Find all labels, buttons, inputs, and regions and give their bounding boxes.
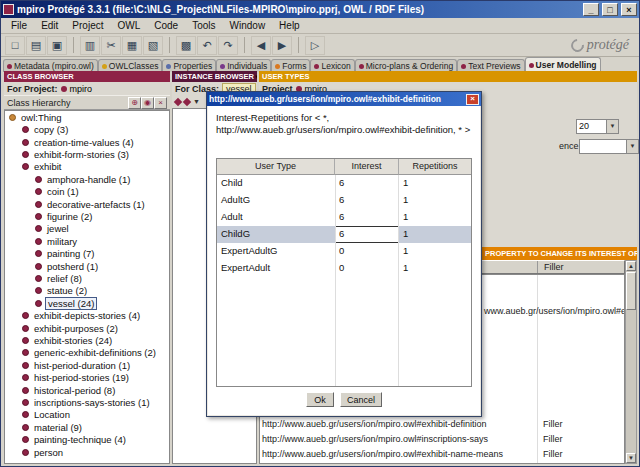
menu-project[interactable]: Project xyxy=(66,19,109,32)
tree-node-exhibit[interactable]: exhibit xyxy=(5,161,169,173)
property-row[interactable]: http://www.aueb.gr/users/ion/mpiro.owl#i… xyxy=(260,432,624,447)
cell-user-type[interactable]: ChildG xyxy=(217,226,335,243)
cancel-button[interactable]: Cancel xyxy=(340,392,382,407)
usertype-row-child[interactable]: Child61 xyxy=(217,175,471,192)
tree-node-hist-period-stories[interactable]: hist-period-stories (19) xyxy=(5,372,169,384)
cell-repetitions[interactable]: 1 xyxy=(399,175,471,192)
scroll-down-icon[interactable]: ▼ xyxy=(626,453,636,463)
open-project-button[interactable]: ▤ xyxy=(26,36,46,55)
cell-interest[interactable]: 0 xyxy=(335,243,399,260)
title-bar[interactable]: mpiro Protégé 3.3.1 (file:\C:\NLG_Projec… xyxy=(1,1,639,18)
tree-node-exhibit-depicts-stories[interactable]: exhibit-depicts-stories (4) xyxy=(5,310,169,322)
cell-user-type[interactable]: ExpertAdult xyxy=(217,260,335,277)
cell-repetitions[interactable]: 1 xyxy=(399,226,471,243)
tree-node-hist-period-duration[interactable]: hist-period-duration (1) xyxy=(5,359,169,371)
cell-repetitions[interactable]: 1 xyxy=(399,209,471,226)
filler-cell[interactable]: Filler xyxy=(543,419,563,429)
new-project-button[interactable]: □ xyxy=(5,36,25,55)
cell-interest[interactable]: 6 xyxy=(335,226,399,243)
cell-user-type[interactable]: ExpertAdultG xyxy=(217,243,335,260)
usertype-row-childg[interactable]: ChildG61 xyxy=(217,226,471,243)
print-button[interactable]: ▥ xyxy=(80,36,100,55)
tree-node-exhibit-form-stories[interactable]: exhibit-form-stories (3) xyxy=(5,148,169,160)
navigate-back-button[interactable]: ◀ xyxy=(251,36,271,55)
usertype-row-adult[interactable]: Adult61 xyxy=(217,209,471,226)
tree-node-location[interactable]: Location xyxy=(5,409,169,421)
menu-owl[interactable]: OWL xyxy=(111,19,146,32)
cut-button[interactable]: ✂ xyxy=(101,36,121,55)
tree-node-amphora-handle[interactable]: amphora-handle (1) xyxy=(5,173,169,185)
tree-node-relief[interactable]: relief (8) xyxy=(5,272,169,284)
vertical-scrollbar[interactable]: ▲ ▼ xyxy=(625,260,637,464)
chevron-down-icon[interactable]: ▼ xyxy=(606,120,618,133)
run-query-button[interactable]: ▷ xyxy=(305,36,325,55)
dialog-title-bar[interactable]: http://www.aueb.gr/users/ion/mpiro.owl#e… xyxy=(207,92,481,106)
property-cell[interactable]: http://www.aueb.gr/users/ion/mpiro.owl#e… xyxy=(262,449,503,459)
user-types-table[interactable]: User Type Interest Repetitions Child61Ad… xyxy=(216,158,472,387)
tree-node-painting-technique[interactable]: painting-technique (4) xyxy=(5,434,169,446)
preference-dropdown[interactable]: ▼ xyxy=(579,139,639,154)
tree-node-military[interactable]: military xyxy=(5,235,169,247)
delete-class-button[interactable]: × xyxy=(154,97,167,109)
menu-help[interactable]: Help xyxy=(273,19,306,32)
usertype-row-expertadult[interactable]: ExpertAdult01 xyxy=(217,260,471,277)
usertype-row-expertadultg[interactable]: ExpertAdultG01 xyxy=(217,243,471,260)
menu-code[interactable]: Code xyxy=(148,19,184,32)
tree-node-creation-time-values[interactable]: creation-time-values (4) xyxy=(5,136,169,148)
scrollbar-thumb[interactable] xyxy=(626,272,636,310)
class-hierarchy-tree[interactable]: owl:Thingcopy (3)creation-time-values (4… xyxy=(4,110,170,464)
filler-cell[interactable]: Filler xyxy=(543,449,563,459)
panel-menu-icon[interactable]: ▼ xyxy=(254,74,257,80)
property-cell[interactable]: http://www.aueb.gr/users/ion/mpiro.owl#i… xyxy=(262,434,488,444)
column-header-user-type[interactable]: User Type xyxy=(217,159,335,175)
property-row[interactable]: http://www.aueb.gr/users/ion/mpiro.owl#e… xyxy=(260,447,624,462)
minimize-button[interactable]: _ xyxy=(583,3,599,16)
filler-column-header[interactable]: Filler xyxy=(537,261,564,273)
property-row[interactable]: http://www.aueb.gr/users/ion/mpiro.owl# xyxy=(260,462,624,464)
menu-tools[interactable]: Tools xyxy=(186,19,221,32)
property-cell[interactable]: http://www.aueb.gr/users/ion/mpiro.owl#e… xyxy=(262,419,487,429)
tab-user-modelling[interactable]: User Modelling xyxy=(525,57,601,72)
tree-node-material[interactable]: material (9) xyxy=(5,421,169,433)
create-subclass-button[interactable]: ◉ xyxy=(141,97,154,109)
create-class-button[interactable]: ⊕ xyxy=(128,97,141,109)
tree-node-coin[interactable]: coin (1) xyxy=(5,185,169,197)
tree-node-person[interactable]: person xyxy=(5,446,169,458)
column-header-interest[interactable]: Interest xyxy=(335,159,399,175)
chevron-down-icon[interactable]: ▼ xyxy=(626,140,638,153)
cell-user-type[interactable]: Adult xyxy=(217,209,335,226)
value-dropdown[interactable]: 20 ▼ xyxy=(576,119,619,134)
scroll-up-icon[interactable]: ▲ xyxy=(626,261,636,271)
create-instance-icon[interactable] xyxy=(174,97,182,105)
cell-interest[interactable]: 6 xyxy=(335,209,399,226)
menu-edit[interactable]: Edit xyxy=(35,19,64,32)
tree-node-inscriptions-says-stories[interactable]: inscriptions-says-stories (1) xyxy=(5,396,169,408)
cell-repetitions[interactable]: 1 xyxy=(399,260,471,277)
tree-node-decorative-artefacts[interactable]: decorative-artefacts (1) xyxy=(5,198,169,210)
close-button[interactable]: × xyxy=(621,3,637,16)
menu-window[interactable]: Window xyxy=(224,19,272,32)
tree-node-statue[interactable]: statue (2) xyxy=(5,285,169,297)
copy-button[interactable]: ▦ xyxy=(122,36,142,55)
partial-property-row[interactable]: www.aueb.gr/users/ion/mpiro.owl#exhibit xyxy=(484,306,625,316)
filler-cell[interactable]: Filler xyxy=(543,434,563,444)
cell-user-type[interactable]: AdultG xyxy=(217,192,335,209)
cell-interest[interactable]: 6 xyxy=(335,175,399,192)
menu-file[interactable]: File xyxy=(5,19,33,32)
tree-node-owl-thing[interactable]: owl:Thing xyxy=(5,111,169,123)
cell-interest[interactable]: 6 xyxy=(335,192,399,209)
usertype-row-adultg[interactable]: AdultG61 xyxy=(217,192,471,209)
tree-node-jewel[interactable]: jewel xyxy=(5,223,169,235)
cell-repetitions[interactable]: 1 xyxy=(399,243,471,260)
ok-button[interactable]: Ok xyxy=(306,392,334,407)
cell-repetitions[interactable]: 1 xyxy=(399,192,471,209)
instance-menu-icon[interactable]: ▼ xyxy=(193,98,200,105)
column-header-repetitions[interactable]: Repetitions xyxy=(399,159,471,175)
maximize-button[interactable]: □ xyxy=(602,3,618,16)
tree-node-exhibit-stories[interactable]: exhibit-stories (24) xyxy=(5,334,169,346)
cell-interest[interactable]: 0 xyxy=(335,260,399,277)
paste-button[interactable]: ▧ xyxy=(143,36,163,55)
navigate-forward-button[interactable]: ▶ xyxy=(272,36,292,55)
redo-button[interactable]: ↷ xyxy=(218,36,238,55)
tree-node-potsherd[interactable]: potsherd (1) xyxy=(5,260,169,272)
